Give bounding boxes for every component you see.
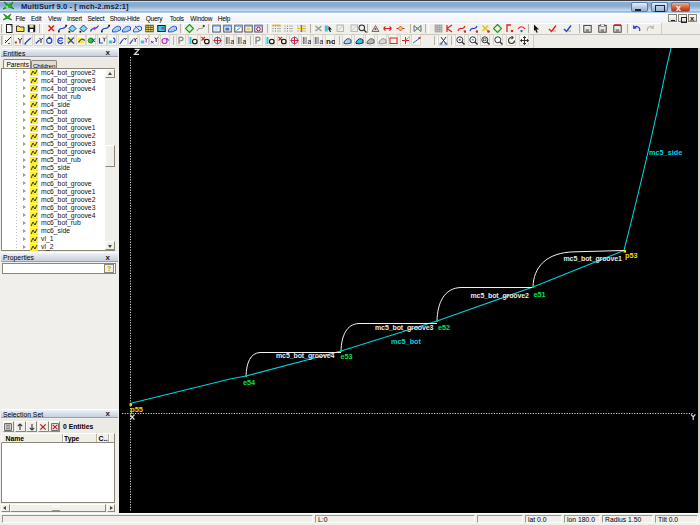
- svg-text:e52: e52: [438, 322, 450, 331]
- svg-text:mc5_bot_groove1: mc5_bot_groove1: [564, 254, 623, 262]
- svg-text:a: a: [319, 38, 323, 45]
- svg-text:mc5_bot_groove2: mc5_bot_groove2: [471, 292, 530, 300]
- svg-text:mc5_side: mc5_side: [649, 148, 682, 157]
- svg-text:p53: p53: [625, 250, 638, 259]
- svg-text:p55: p55: [130, 404, 143, 413]
- svg-text:a: a: [231, 38, 235, 45]
- svg-text:e51: e51: [534, 290, 546, 299]
- svg-text:a: a: [243, 38, 247, 45]
- svg-text:no: no: [326, 37, 335, 45]
- svg-text:mc5_bot_groove3: mc5_bot_groove3: [375, 324, 434, 332]
- svg-text:e54: e54: [243, 378, 256, 387]
- svg-text:mc5_bot: mc5_bot: [391, 336, 422, 345]
- svg-text:e53: e53: [341, 351, 353, 360]
- svg-text:a: a: [307, 38, 311, 45]
- svg-text:mc5_bot_groove4: mc5_bot_groove4: [276, 351, 335, 359]
